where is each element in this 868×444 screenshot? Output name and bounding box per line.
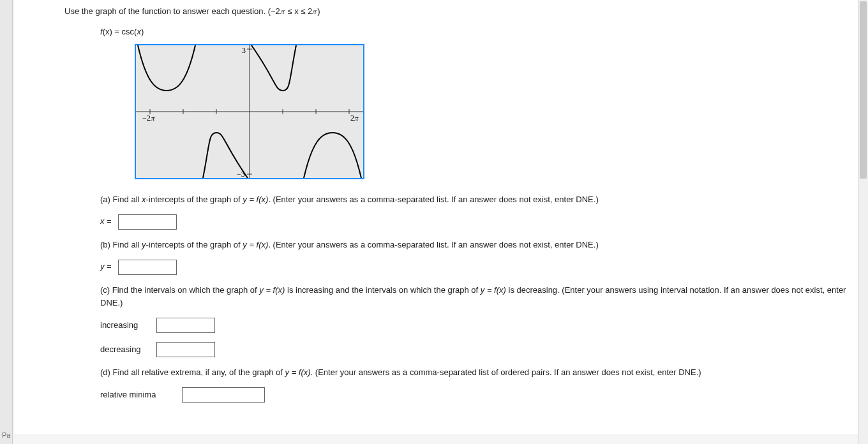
sub-question-d-text: (d) Find all relative extrema, if any, o…: [100, 366, 855, 380]
sub-question-c-text: (c) Find the intervals on which the grap…: [100, 284, 855, 311]
y-tick-3: 3: [242, 46, 246, 55]
csc-graph[interactable]: −2𝜋 2𝜋 3 −3: [135, 44, 364, 179]
main-prompt: Use the graph of the function to answer …: [64, 6, 855, 17]
left-sidebar: Pa: [0, 0, 13, 434]
main-vertical-scrollbar[interactable]: [858, 0, 868, 434]
function-definition: f(x) = csc(x): [100, 27, 855, 36]
y-intercepts-input[interactable]: [118, 260, 177, 275]
question-block: Use the graph of the function to answer …: [64, 6, 855, 403]
decreasing-input[interactable]: [156, 342, 215, 357]
chart-container: −2𝜋 2𝜋 3 −3: [135, 44, 855, 179]
x-intercepts-input[interactable]: [118, 214, 177, 230]
sub-question-a-text: (a) Find all x-intercepts of the graph o…: [100, 193, 855, 207]
x-tick-2pi: 2𝜋: [350, 114, 359, 122]
sub-question-a: (a) Find all x-intercepts of the graph o…: [100, 193, 855, 230]
answer-row-increasing: increasing: [100, 318, 855, 333]
increasing-input[interactable]: [156, 318, 215, 333]
decreasing-label: decreasing: [100, 343, 150, 357]
answer-label-y: y =: [100, 260, 112, 274]
sub-question-b-text: (b) Find all y-intercepts of the graph o…: [100, 239, 855, 252]
answer-row-b: y =: [100, 260, 855, 275]
answer-label-x: x =: [100, 215, 112, 228]
sub-question-c: (c) Find the intervals on which the grap…: [100, 284, 855, 358]
chart-svg: −2𝜋 2𝜋 3 −3: [136, 45, 363, 178]
sub-question-d: (d) Find all relative extrema, if any, o…: [100, 366, 855, 403]
main-content: Use the graph of the function to answer …: [13, 0, 868, 434]
x-tick-neg2pi: −2𝜋: [142, 114, 156, 122]
scroll-thumb[interactable]: [860, 1, 867, 179]
relative-minima-input[interactable]: [182, 387, 265, 403]
y-tick-neg3: −3: [237, 170, 245, 178]
increasing-label: increasing: [100, 319, 150, 332]
left-tab-label: Pa: [2, 431, 10, 434]
answer-row-decreasing: decreasing: [100, 342, 855, 357]
answer-row-a: x =: [100, 214, 855, 230]
minima-label: relative minima: [100, 389, 176, 402]
sub-question-b: (b) Find all y-intercepts of the graph o…: [100, 239, 855, 275]
answer-row-minima: relative minima: [100, 387, 855, 403]
